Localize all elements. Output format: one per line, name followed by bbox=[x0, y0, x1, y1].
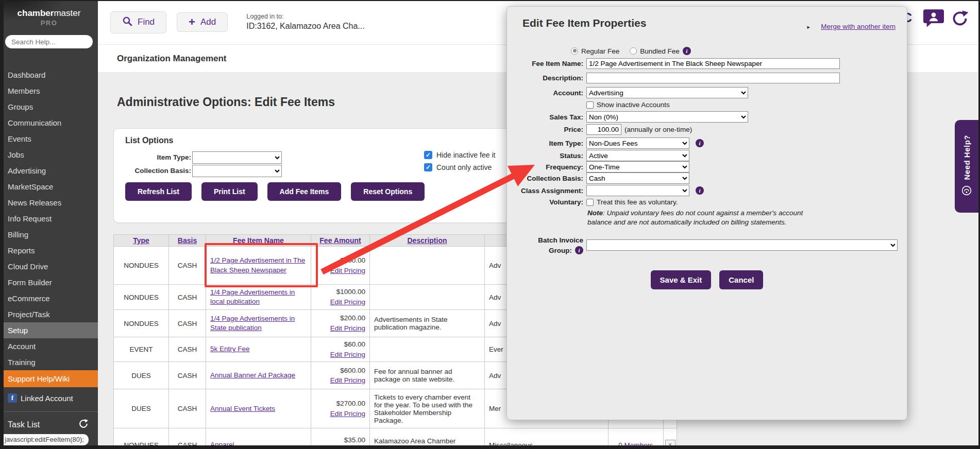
sidebar-item-training[interactable]: Training bbox=[0, 354, 98, 370]
item-type-select[interactable]: Non-Dues Fees bbox=[586, 137, 689, 149]
collection-basis-select[interactable] bbox=[192, 165, 282, 177]
info-icon[interactable] bbox=[683, 47, 691, 55]
fee-item-link[interactable]: Annual Banner Ad Package bbox=[210, 371, 295, 379]
sidebar-item-billing[interactable]: Billing bbox=[0, 227, 98, 243]
task-list-refresh-icon[interactable] bbox=[78, 419, 89, 431]
search-help-input[interactable] bbox=[5, 35, 93, 48]
edit-pricing-link[interactable]: Edit Pricing bbox=[330, 410, 365, 418]
edit-pricing-link[interactable]: Edit Pricing bbox=[330, 351, 365, 358]
refresh-icon[interactable] bbox=[951, 10, 969, 29]
sidebar-item-ecommerce[interactable]: eCommerce bbox=[0, 290, 98, 306]
sidebar-item-news-releases[interactable]: News Releases bbox=[0, 195, 98, 211]
item-type-select[interactable] bbox=[192, 151, 282, 164]
cell-type: DUES bbox=[114, 362, 169, 389]
status-select[interactable]: Active bbox=[586, 150, 689, 161]
bundled-fee-label: Bundled Fee bbox=[640, 47, 680, 55]
bundled-fee-radio[interactable] bbox=[630, 47, 637, 55]
status-label: Status: bbox=[507, 152, 583, 160]
member-chat-icon[interactable] bbox=[923, 9, 944, 29]
col-header-basis[interactable]: Basis bbox=[169, 235, 206, 247]
add-button[interactable]: + Add bbox=[177, 12, 228, 32]
fee-item-link[interactable]: Annual Event Tickets bbox=[210, 405, 275, 412]
fee-item-name-input[interactable] bbox=[586, 58, 840, 69]
need-help-tab[interactable]: Need Help? bbox=[955, 120, 978, 213]
merge-with-another-item-link[interactable]: Merge with another item bbox=[821, 23, 895, 30]
add-fee-items-button[interactable]: Add Fee Items bbox=[267, 182, 342, 201]
class-assignment-row: Class Assignment: bbox=[507, 185, 704, 196]
edit-pricing-link[interactable]: Edit Pricing bbox=[330, 298, 365, 306]
edit-pricing-link[interactable]: Edit Pricing bbox=[330, 446, 365, 449]
fee-row: NONDUES CASH Apparel $35.00Edit Pricing … bbox=[114, 428, 677, 449]
cell-basis: CASH bbox=[169, 428, 206, 449]
cancel-button[interactable]: Cancel bbox=[719, 270, 763, 289]
info-icon[interactable] bbox=[696, 139, 704, 147]
reset-options-button[interactable]: Reset Options bbox=[351, 182, 425, 201]
fee-item-link[interactable]: 1/2 Page Advertisement in The Black Shee… bbox=[210, 256, 305, 273]
cell-description bbox=[370, 337, 485, 362]
cell-basis: CASH bbox=[169, 362, 206, 389]
voluntary-checkbox[interactable] bbox=[586, 199, 594, 206]
sidebar-item-jobs[interactable]: Jobs bbox=[0, 147, 98, 163]
need-help-label: Need Help? bbox=[962, 135, 971, 180]
info-icon[interactable] bbox=[696, 186, 704, 195]
batch-invoice-group-select[interactable] bbox=[586, 239, 898, 251]
print-list-button[interactable]: Print List bbox=[201, 182, 258, 201]
fee-item-link[interactable]: 1/4 Page Advertisements in State publica… bbox=[210, 315, 295, 332]
info-icon[interactable] bbox=[575, 246, 583, 254]
show-inactive-checkbox[interactable] bbox=[586, 101, 594, 109]
description-row: Description: bbox=[507, 73, 840, 83]
fee-item-link[interactable]: Apparel bbox=[210, 441, 234, 448]
sidebar-item-groups[interactable]: Groups bbox=[0, 99, 98, 115]
logged-in-label: Logged in to: bbox=[246, 13, 364, 21]
sidebar-nav: Dashboard Members Groups Communication E… bbox=[0, 67, 98, 370]
col-header-type[interactable]: Type bbox=[114, 235, 169, 247]
sidebar-item-dashboard[interactable]: Dashboard bbox=[0, 67, 98, 83]
sidebar-item-events[interactable]: Events bbox=[0, 131, 98, 147]
batch-invoice-group-label: Batch Invoice Group: bbox=[507, 235, 583, 255]
refresh-list-button[interactable]: Refresh List bbox=[125, 182, 192, 201]
col-header-fee-item-name[interactable]: Fee Item Name bbox=[206, 235, 311, 247]
sidebar-item-form-builder[interactable]: Form Builder bbox=[0, 274, 98, 290]
sidebar-item-marketspace[interactable]: MarketSpace bbox=[0, 179, 98, 195]
price-input[interactable] bbox=[586, 124, 621, 135]
collection-basis-select[interactable]: Cash bbox=[586, 172, 689, 184]
sidebar-item-info-request[interactable]: Info Request bbox=[0, 211, 98, 227]
sidebar-item-project-task[interactable]: Project/Task bbox=[0, 306, 98, 322]
hide-inactive-checkbox[interactable] bbox=[424, 151, 432, 159]
cell-amount: $60.00 bbox=[315, 339, 365, 350]
class-assignment-select[interactable] bbox=[586, 185, 689, 196]
edit-pricing-link[interactable]: Edit Pricing bbox=[330, 376, 365, 384]
sidebar-item-cloud-drive[interactable]: Cloud Drive bbox=[0, 258, 98, 274]
sidebar-item-account[interactable]: Account bbox=[0, 338, 98, 354]
count-active-label: Count only active bbox=[436, 163, 492, 171]
edit-pricing-link[interactable]: Edit Pricing bbox=[330, 324, 365, 332]
fee-item-name-row: Fee Item Name: bbox=[507, 58, 840, 69]
cell-basis: CASH bbox=[169, 285, 206, 310]
edit-pricing-link[interactable]: Edit Pricing bbox=[330, 267, 365, 274]
sales-tax-select[interactable]: Non (0%) bbox=[586, 111, 748, 123]
save-exit-button[interactable]: Save & Exit bbox=[651, 270, 712, 289]
collection-basis-label: Collection Basis: bbox=[507, 175, 583, 182]
regular-fee-radio[interactable] bbox=[571, 47, 578, 55]
sidebar-item-reports[interactable]: Reports bbox=[0, 243, 98, 258]
frequency-select[interactable]: One-Time bbox=[586, 161, 689, 172]
sidebar-item-support-help-wiki[interactable]: Support Help/Wiki bbox=[0, 370, 98, 387]
sidebar-item-setup[interactable]: Setup bbox=[0, 322, 98, 338]
cell-basis: CASH bbox=[169, 310, 206, 337]
description-input[interactable] bbox=[586, 73, 840, 83]
sales-tax-row: Sales Tax: Non (0%) bbox=[507, 111, 748, 123]
count-active-checkbox[interactable] bbox=[424, 163, 432, 171]
col-header-description[interactable]: Description bbox=[370, 235, 485, 247]
sidebar-item-members[interactable]: Members bbox=[0, 83, 98, 99]
members-link[interactable]: 0 Members bbox=[618, 441, 653, 449]
fee-item-link[interactable]: 1/4 Page Advertisements in local publica… bbox=[210, 288, 295, 305]
find-button[interactable]: Find bbox=[110, 11, 166, 33]
voluntary-label: Voluntary: bbox=[507, 198, 583, 206]
fee-item-link[interactable]: 5k Entry Fee bbox=[210, 345, 250, 353]
sidebar-item-linked-account[interactable]: Linked Account bbox=[0, 389, 98, 407]
sidebar-item-communication[interactable]: Communication bbox=[0, 115, 98, 131]
sidebar-item-advertising[interactable]: Advertising bbox=[0, 163, 98, 179]
remove-row-button[interactable]: x bbox=[665, 440, 675, 449]
account-select[interactable]: Advertising bbox=[586, 87, 748, 98]
col-header-fee-amount[interactable]: Fee Amount bbox=[311, 235, 370, 247]
